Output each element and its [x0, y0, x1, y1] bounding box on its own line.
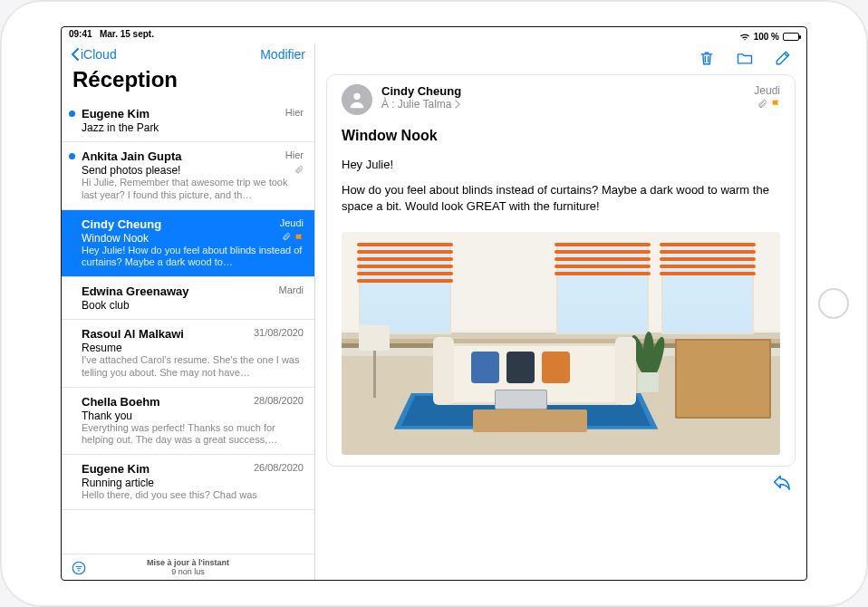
body-greeting: Hey Julie!: [342, 157, 780, 173]
message-date: 28/08/2020: [254, 395, 304, 409]
home-button[interactable]: [818, 288, 849, 319]
battery-icon: [783, 33, 799, 41]
message-subject: Thank you: [82, 409, 132, 422]
message-date: Jeudi: [754, 84, 780, 97]
list-item[interactable]: Chella Boehm 28/08/2020 Thank you Everyt…: [62, 388, 314, 456]
chevron-right-icon: [454, 100, 461, 109]
flag-icon: [771, 99, 780, 106]
list-item[interactable]: Eugene Kim 26/08/2020 Running article He…: [62, 455, 314, 510]
screen: 09:41 Mar. 15 sept. 100 % iCloud: [61, 26, 807, 581]
footer-unread: 9 non lus: [62, 567, 314, 576]
edit-button[interactable]: Modifier: [260, 47, 305, 62]
unread-dot: [69, 111, 75, 117]
move-button[interactable]: [736, 49, 754, 67]
message-subject: Send photos please!: [82, 164, 180, 177]
status-right: 100 %: [739, 29, 799, 43]
message-sender: Edwina Greenaway: [82, 284, 189, 298]
svg-point-1: [353, 93, 360, 100]
flag-icon: [294, 234, 304, 241]
message-date: Jeudi: [280, 217, 304, 231]
attachment-icon: [294, 165, 304, 176]
message-sender: Rasoul Al Malkawi: [82, 327, 184, 341]
message-date: 26/08/2020: [254, 462, 304, 476]
battery-percent: 100 %: [754, 32, 779, 42]
message-subject: Window Nook: [82, 232, 149, 245]
to-name: Julie Talma: [398, 98, 452, 111]
list-item[interactable]: Edwina Greenaway Mardi Book club: [62, 277, 314, 320]
reading-pane: Cindy Cheung À : Julie Talma Jeudi: [315, 43, 806, 580]
message-preview: Hi Julie, Remember that awesome trip we …: [82, 177, 304, 202]
message-sender: Eugene Kim: [82, 462, 149, 476]
back-button[interactable]: iCloud: [71, 47, 117, 62]
message-subject: Jazz in the Park: [82, 121, 159, 134]
message-preview: Everything was perfect! Thanks so much f…: [82, 422, 304, 448]
message-list[interactable]: Eugene Kim Hier Jazz in the Park Ankita …: [62, 100, 314, 554]
message-subject: Book club: [82, 299, 130, 312]
message-preview: Hello there, did you see this? Chad was: [82, 489, 304, 502]
message-preview: I've attached Carol's resume. She's the …: [82, 354, 304, 380]
message-date: Hier: [285, 107, 304, 120]
message-subject: Resume: [82, 342, 122, 354]
list-item[interactable]: Ankita Jain Gupta Hier Send photos pleas…: [62, 142, 314, 210]
unread-dot: [69, 153, 75, 159]
message-date: Mardi: [278, 284, 304, 298]
message-date: 31/08/2020: [254, 327, 304, 341]
status-time: 09:41: [69, 29, 92, 39]
wifi-icon: [739, 33, 750, 41]
sidebar-footer: Mise à jour à l'instant 9 non lus: [62, 554, 314, 580]
message-preview: Hey Julie! How do you feel about blinds …: [82, 245, 304, 270]
room-image[interactable]: [342, 232, 780, 455]
status-bar: 09:41 Mar. 15 sept. 100 %: [62, 27, 806, 43]
filter-button[interactable]: [71, 560, 87, 576]
status-date: Mar. 15 sept.: [100, 29, 154, 39]
message-body: Hey Julie! How do you feel about blinds …: [342, 157, 780, 225]
message-sender: Ankita Jain Gupta: [82, 149, 182, 163]
footer-status: Mise à jour à l'instant: [62, 558, 314, 567]
from-name[interactable]: Cindy Cheung: [381, 84, 461, 98]
chevron-left-icon: [71, 48, 79, 61]
message-card: Cindy Cheung À : Julie Talma Jeudi: [326, 74, 796, 467]
ipad-frame: 09:41 Mar. 15 sept. 100 % iCloud: [0, 0, 868, 607]
avatar[interactable]: [342, 84, 372, 115]
list-item[interactable]: Rasoul Al Malkawi 31/08/2020 Resume I've…: [62, 320, 314, 388]
message-sender: Cindy Cheung: [82, 217, 161, 231]
list-item[interactable]: Eugene Kim Hier Jazz in the Park: [62, 100, 314, 142]
pane-toolbar: [315, 43, 806, 69]
message-subject: Window Nook: [342, 128, 780, 144]
message-date: Hier: [285, 149, 304, 163]
body-text: How do you feel about blinds instead of …: [342, 182, 780, 215]
mailbox-sidebar: iCloud Modifier Réception Eugene Kim Hie…: [62, 43, 315, 580]
svg-point-0: [72, 562, 85, 574]
message-subject: Running article: [82, 477, 154, 489]
compose-button[interactable]: [774, 49, 792, 67]
message-sender: Eugene Kim: [82, 107, 149, 120]
back-label: iCloud: [81, 47, 117, 62]
message-sender: Chella Boehm: [82, 395, 160, 409]
to-label: À :: [381, 98, 395, 111]
delete-button[interactable]: [698, 49, 716, 67]
to-line[interactable]: À : Julie Talma: [381, 98, 461, 111]
reply-button[interactable]: [772, 472, 792, 492]
attachment-icon: [282, 232, 291, 243]
attachment-icon: [757, 99, 767, 111]
status-left: 09:41 Mar. 15 sept.: [69, 29, 154, 43]
mailbox-title: Réception: [62, 62, 314, 100]
list-item[interactable]: Cindy Cheung Jeudi Window Nook Hey Julie…: [62, 210, 314, 278]
